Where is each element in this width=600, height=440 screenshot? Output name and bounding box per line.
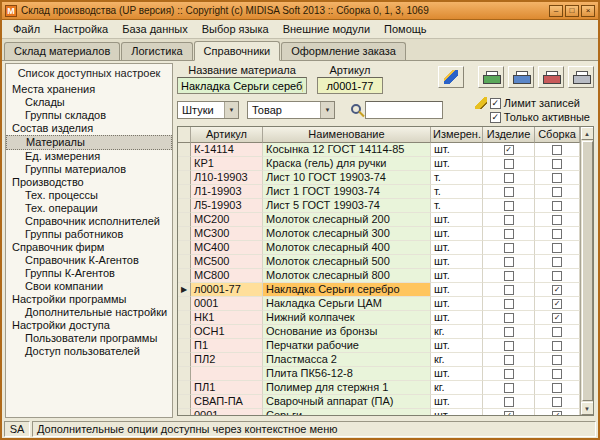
tree-item[interactable]: Группы работников	[6, 228, 172, 241]
table-row[interactable]: ▶л0001-77Накладка Серьги сереброшт.✓	[178, 283, 580, 297]
izdelie-checkbox[interactable]	[504, 327, 514, 337]
tree-item[interactable]: Производство	[6, 176, 172, 189]
izdelie-checkbox[interactable]: ✓	[504, 145, 514, 155]
tree-item[interactable]: Доступ пользователей	[6, 345, 172, 358]
sborka-checkbox[interactable]: ✓	[552, 299, 562, 309]
active-checkbox[interactable]: ✓	[490, 112, 501, 123]
material-name-field[interactable]	[177, 77, 307, 94]
sborka-checkbox[interactable]	[552, 327, 562, 337]
sborka-checkbox[interactable]	[552, 383, 562, 393]
izdelie-checkbox[interactable]	[504, 257, 514, 267]
tree-item[interactable]: Места хранения	[6, 83, 172, 96]
column-header[interactable]: Артикул	[191, 127, 263, 143]
table-row[interactable]: Плита ПК56-12-8шт.	[178, 367, 580, 381]
menu-item[interactable]: Внешние модули	[276, 21, 377, 37]
izdelie-checkbox[interactable]	[504, 355, 514, 365]
print-green-button[interactable]	[478, 66, 504, 88]
izdelie-checkbox[interactable]	[504, 271, 514, 281]
column-header[interactable]: Измерен.	[431, 127, 483, 143]
menu-item[interactable]: Настройка	[47, 21, 115, 37]
table-row[interactable]: ПЛ2Пластмасса 2кг.	[178, 353, 580, 367]
tab[interactable]: Оформление заказа	[281, 42, 406, 60]
izdelie-checkbox[interactable]	[504, 229, 514, 239]
article-field[interactable]	[317, 77, 383, 94]
limit-checkbox[interactable]: ✓	[490, 98, 501, 109]
sborka-checkbox[interactable]: ✓	[552, 313, 562, 323]
tree-item[interactable]: Справочник К-Агентов	[6, 254, 172, 267]
type-select[interactable]: Товар ▼	[247, 101, 335, 119]
chevron-down-icon[interactable]: ▼	[224, 102, 238, 118]
tree-item[interactable]: Пользователи программы	[6, 332, 172, 345]
minimize-button[interactable]: –	[549, 5, 563, 17]
tree-item[interactable]: Материалы	[6, 135, 172, 150]
tree-item[interactable]: Дополнительные настройки	[6, 306, 172, 319]
tree-item[interactable]: Тех. операции	[6, 202, 172, 215]
sborka-checkbox[interactable]	[552, 201, 562, 211]
table-row[interactable]: 0001Серьгишт.✓✓	[178, 409, 580, 416]
sborka-checkbox[interactable]	[552, 229, 562, 239]
sborka-checkbox[interactable]	[552, 341, 562, 351]
sborka-checkbox[interactable]	[552, 257, 562, 267]
izdelie-checkbox[interactable]	[504, 215, 514, 225]
column-header[interactable]: Сборка	[535, 127, 580, 143]
tree-item[interactable]: Настройки доступа	[6, 319, 172, 332]
scroll-up-icon[interactable]: ▲	[581, 127, 594, 140]
table-row[interactable]: КР1Краска (гель) для ручкишт.	[178, 157, 580, 171]
table-row[interactable]: МС300Молоток слесарный 300шт.	[178, 227, 580, 241]
close-button[interactable]: ×	[581, 5, 595, 17]
menu-item[interactable]: Помощь	[377, 21, 434, 37]
tab[interactable]: Справочники	[194, 41, 281, 61]
izdelie-checkbox[interactable]	[504, 187, 514, 197]
scroll-down-icon[interactable]: ▼	[581, 402, 594, 415]
print-red-button[interactable]	[538, 66, 564, 88]
sborka-checkbox[interactable]	[552, 355, 562, 365]
table-row[interactable]: МС500Молоток слесарный 500шт.	[178, 255, 580, 269]
izdelie-checkbox[interactable]	[504, 397, 514, 407]
izdelie-checkbox[interactable]	[504, 383, 514, 393]
column-header[interactable]: Наименование	[263, 127, 431, 143]
sborka-checkbox[interactable]	[552, 145, 562, 155]
table-row[interactable]: МС200Молоток слесарный 200шт.	[178, 213, 580, 227]
izdelie-checkbox[interactable]	[504, 341, 514, 351]
izdelie-checkbox[interactable]	[504, 285, 514, 295]
chevron-down-icon[interactable]: ▼	[320, 102, 334, 118]
tree-item[interactable]: Справочник исполнителей	[6, 215, 172, 228]
tree-item[interactable]: Группы складов	[6, 109, 172, 122]
izdelie-checkbox[interactable]	[504, 299, 514, 309]
izdelie-checkbox[interactable]	[504, 201, 514, 211]
menu-item[interactable]: База данных	[115, 21, 195, 37]
print-gray-button[interactable]	[568, 66, 594, 88]
table-row[interactable]: МС400Молоток слесарный 400шт.	[178, 241, 580, 255]
table-row[interactable]: ОСН1Основание из бронзыкг.	[178, 325, 580, 339]
izdelie-checkbox[interactable]	[504, 313, 514, 323]
unit-select[interactable]: Штуки ▼	[177, 101, 239, 119]
print-blue-button[interactable]	[508, 66, 534, 88]
tab[interactable]: Логистика	[121, 42, 192, 60]
tree-item[interactable]: Склады	[6, 96, 172, 109]
tree-item[interactable]: Настройки программы	[6, 293, 172, 306]
table-row[interactable]: К-14114Косынка 12 ГОСТ 14114-85шт.✓	[178, 143, 580, 157]
sborka-checkbox[interactable]	[552, 159, 562, 169]
scroll-thumb[interactable]	[582, 141, 593, 401]
table-row[interactable]: ПЛ1Полимер для стержня 1кг.	[178, 381, 580, 395]
search-input[interactable]	[365, 101, 443, 119]
tree-item[interactable]: Свои компании	[6, 280, 172, 293]
izdelie-checkbox[interactable]	[504, 159, 514, 169]
table-row[interactable]: Л1-19903Лист 1 ГОСТ 19903-74т.	[178, 185, 580, 199]
sborka-checkbox[interactable]	[552, 271, 562, 281]
table-row[interactable]: П1Перчатки рабочиешт.	[178, 339, 580, 353]
izdelie-checkbox[interactable]	[504, 369, 514, 379]
sborka-checkbox[interactable]: ✓	[552, 411, 562, 417]
maximize-button[interactable]: □	[565, 5, 579, 17]
tree-item[interactable]: Состав изделия	[6, 122, 172, 135]
table-row[interactable]: НК1Нижний колпачекшт.✓	[178, 311, 580, 325]
izdelie-checkbox[interactable]: ✓	[504, 411, 514, 417]
sborka-checkbox[interactable]: ✓	[552, 285, 562, 295]
tree-item[interactable]: Группы материалов	[6, 163, 172, 176]
tab[interactable]: Склад материалов	[4, 42, 120, 60]
table-row[interactable]: Л10-19903Лист 10 ГОСТ 19903-74т.	[178, 171, 580, 185]
menu-item[interactable]: Выбор языка	[195, 21, 276, 37]
izdelie-checkbox[interactable]	[504, 243, 514, 253]
sborka-checkbox[interactable]	[552, 215, 562, 225]
izdelie-checkbox[interactable]	[504, 173, 514, 183]
